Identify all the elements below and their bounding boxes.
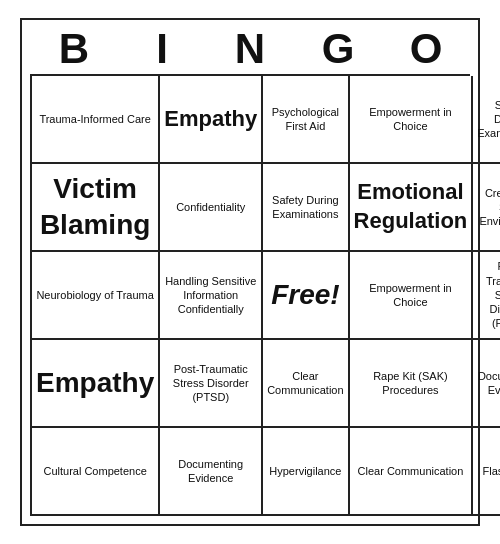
bingo-cell-r2-c3: Empowerment in Choice — [350, 252, 474, 340]
bingo-cell-r3-c3: Rape Kit (SAK) Procedures — [350, 340, 474, 428]
header-letter-i: I — [118, 28, 206, 70]
bingo-cell-r1-c2: Safety During Examinations — [263, 164, 349, 252]
header-letter-o: O — [382, 28, 470, 70]
bingo-grid: Trauma-Informed CareEmpathyPsychological… — [30, 74, 470, 516]
bingo-cell-r4-c0: Cultural Competence — [32, 428, 160, 516]
bingo-cell-r0-c4: Safety During Examinations — [473, 76, 500, 164]
bingo-cell-r1-c3: Emotional Regulation — [350, 164, 474, 252]
bingo-cell-r3-c4: Documenting Evidence — [473, 340, 500, 428]
bingo-cell-r4-c3: Clear Communication — [350, 428, 474, 516]
bingo-cell-r2-c2: Free! — [263, 252, 349, 340]
bingo-cell-r2-c1: Handling Sensitive Information Confident… — [160, 252, 263, 340]
bingo-cell-r1-c4: Creating a Safe Environment — [473, 164, 500, 252]
bingo-cell-r3-c0: Empathy — [32, 340, 160, 428]
bingo-cell-r0-c2: Psychological First Aid — [263, 76, 349, 164]
bingo-cell-r3-c1: Post-Traumatic Stress Disorder (PTSD) — [160, 340, 263, 428]
bingo-cell-r2-c0: Neurobiology of Trauma — [32, 252, 160, 340]
bingo-cell-r1-c1: Confidentiality — [160, 164, 263, 252]
bingo-header: BINGO — [30, 28, 470, 70]
bingo-cell-r0-c1: Empathy — [160, 76, 263, 164]
bingo-cell-r0-c0: Trauma-Informed Care — [32, 76, 160, 164]
bingo-cell-r1-c0: Victim Blaming — [32, 164, 160, 252]
bingo-cell-r4-c4: Flashbacks — [473, 428, 500, 516]
header-letter-b: B — [30, 28, 118, 70]
bingo-card: BINGO Trauma-Informed CareEmpathyPsychol… — [20, 18, 480, 526]
bingo-cell-r0-c3: Empowerment in Choice — [350, 76, 474, 164]
bingo-cell-r4-c2: Hypervigilance — [263, 428, 349, 516]
header-letter-g: G — [294, 28, 382, 70]
bingo-cell-r3-c2: Clear Communication — [263, 340, 349, 428]
bingo-cell-r2-c4: Post-Traumatic Stress Disorder (PTSD) — [473, 252, 500, 340]
header-letter-n: N — [206, 28, 294, 70]
bingo-cell-r4-c1: Documenting Evidence — [160, 428, 263, 516]
